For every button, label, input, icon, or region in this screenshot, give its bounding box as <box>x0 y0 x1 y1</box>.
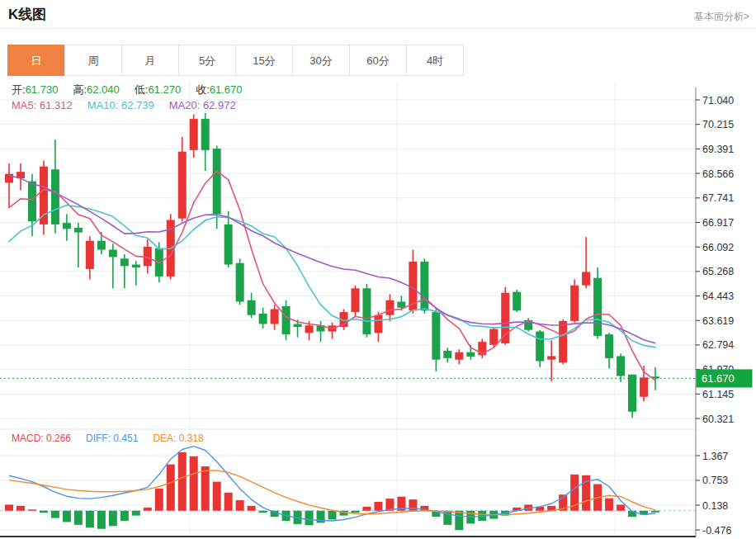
price-chart-svg[interactable]: 71.04070.21569.39168.56667.74166.91766.0… <box>0 0 756 539</box>
macd-readout-macd: MACD: 0.266 <box>12 433 71 444</box>
ma20-line <box>9 175 655 343</box>
price-axis-labels: 71.04070.21569.39168.56667.74166.91766.0… <box>696 87 734 537</box>
tab-30min[interactable]: 30分 <box>292 45 350 76</box>
svg-text:1.367: 1.367 <box>702 451 728 462</box>
ohlc-high: 高:62.040 <box>73 83 119 96</box>
tab-day[interactable]: 日 <box>7 45 65 76</box>
svg-text:66.092: 66.092 <box>702 242 734 253</box>
svg-text:60.321: 60.321 <box>702 414 734 425</box>
svg-text:65.268: 65.268 <box>702 266 734 277</box>
svg-text:69.391: 69.391 <box>702 144 734 155</box>
ma-readout-ma10: MA10: 62.739 <box>87 99 154 111</box>
header-divider <box>0 28 756 29</box>
svg-text:0.138: 0.138 <box>702 500 728 512</box>
dea-line <box>9 470 655 515</box>
page-title: K线图 <box>8 5 46 24</box>
ohlc-open: 开:61.730 <box>12 83 58 96</box>
svg-text:61.670: 61.670 <box>702 372 735 385</box>
tab-15min[interactable]: 15分 <box>235 45 293 76</box>
svg-text:64.443: 64.443 <box>702 291 734 302</box>
ma-readout-ma5: MA5: 61.312 <box>12 99 73 111</box>
svg-text:71.040: 71.040 <box>702 95 734 106</box>
fundamental-analysis-link[interactable]: 基本面分析> <box>694 10 749 24</box>
tab-month[interactable]: 月 <box>121 45 179 76</box>
svg-text:70.215: 70.215 <box>702 119 734 130</box>
candles-group <box>5 113 659 418</box>
macd-readout-dea: DEA: 0.318 <box>153 433 203 444</box>
period-tab-bar: 日周月5分15分30分60分4时 <box>7 45 464 76</box>
svg-text:63.619: 63.619 <box>702 315 734 327</box>
svg-text:-0.476: -0.476 <box>702 525 731 537</box>
svg-text:67.741: 67.741 <box>702 192 734 204</box>
ohlc-readout: 开:61.730高:62.040低:61.270收:61.670 <box>12 83 258 97</box>
tab-60min[interactable]: 60分 <box>349 45 407 76</box>
ma-readout-ma20: MA20: 62.972 <box>169 99 236 111</box>
ma5-line <box>9 171 655 381</box>
kline-widget: 71.04070.21569.39168.56667.74166.91766.0… <box>0 0 756 539</box>
macd-bars-group <box>5 452 659 530</box>
svg-text:62.794: 62.794 <box>702 339 734 351</box>
price-grid <box>0 83 696 537</box>
ohlc-close: 收:61.670 <box>196 83 242 96</box>
tab-5min[interactable]: 5分 <box>178 45 236 76</box>
current-price-badge: 61.670 <box>697 369 753 387</box>
macd-readout: MACD: 0.266DIFF: 0.451DEA: 0.318 <box>12 433 219 444</box>
ohlc-low: 低:61.270 <box>135 83 181 96</box>
svg-text:68.566: 68.566 <box>702 168 734 180</box>
svg-text:61.145: 61.145 <box>702 389 734 400</box>
svg-text:66.917: 66.917 <box>702 217 734 229</box>
tab-week[interactable]: 周 <box>64 45 122 76</box>
tab-4hour[interactable]: 4时 <box>406 45 464 76</box>
macd-readout-diff: DIFF: 0.451 <box>86 433 138 444</box>
svg-text:0.753: 0.753 <box>702 475 728 486</box>
ma-readout: MA5: 61.312MA10: 62.739MA20: 62.972 <box>12 99 251 111</box>
